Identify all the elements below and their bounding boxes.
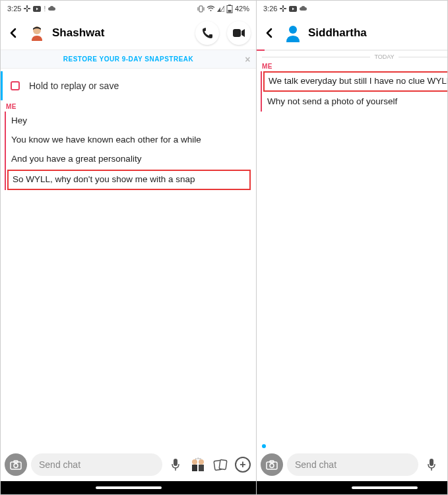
mic-icon <box>427 458 436 471</box>
svg-rect-5 <box>199 6 203 12</box>
left-chat-panel: 3:25 ! 42% Shashwat RESTORE YOUR 9 <box>1 1 257 494</box>
chat-header: Siddhartha <box>257 16 448 50</box>
svg-text:y tho: y tho <box>195 457 201 460</box>
nav-handle[interactable] <box>1 481 256 494</box>
battery-pct: 42% <box>235 5 249 13</box>
warn-icon: ! <box>44 5 46 13</box>
video-icon <box>232 28 245 38</box>
youtube-icon <box>289 6 297 12</box>
camera-button[interactable] <box>5 453 27 476</box>
svg-rect-25 <box>219 459 227 469</box>
plus-icon: + <box>235 457 251 473</box>
cards-button[interactable] <box>211 455 230 474</box>
bitmoji-button[interactable]: y tho <box>189 455 207 474</box>
bitmoji-button[interactable]: y tho <box>445 455 448 474</box>
snapstreak-text: RESTORE YOUR 9-DAY SNAPSTREAK <box>63 55 194 63</box>
chat-body: We talk everyday but still I have no clu… <box>257 70 448 444</box>
message[interactable]: Hey <box>6 112 252 131</box>
youtube-icon <box>33 6 41 12</box>
back-button[interactable] <box>262 25 278 41</box>
nav-handle[interactable] <box>257 481 448 494</box>
svg-rect-29 <box>282 9 284 12</box>
status-time: 3:25 <box>7 5 21 13</box>
svg-point-38 <box>289 26 297 34</box>
chat-input[interactable] <box>31 453 162 476</box>
input-bar: y tho + <box>257 449 448 481</box>
sender-label: ME 3:26 pm <box>257 61 448 70</box>
svg-point-21 <box>199 459 204 465</box>
message[interactable]: And you have a great personality <box>6 150 252 169</box>
svg-rect-11 <box>228 10 231 13</box>
svg-rect-20 <box>192 465 197 471</box>
svg-rect-0 <box>24 8 26 9</box>
svg-rect-2 <box>26 5 28 8</box>
typing-indicator <box>262 444 266 448</box>
video-call-button[interactable] <box>227 21 251 45</box>
chat-header: Shashwat <box>1 16 256 50</box>
slack-icon <box>280 5 286 12</box>
today-label: TODAY <box>374 53 394 60</box>
svg-rect-28 <box>282 5 284 8</box>
svg-rect-13 <box>233 29 241 37</box>
avatar[interactable] <box>27 23 47 43</box>
camera-button[interactable] <box>261 453 283 476</box>
cards-icon <box>213 458 228 471</box>
chevron-left-icon <box>264 27 276 39</box>
svg-rect-22 <box>199 465 204 471</box>
chevron-left-icon <box>8 27 20 39</box>
avatar[interactable] <box>283 23 303 43</box>
right-chat-panel: 3:26 41% Siddhartha TODAY <box>257 1 448 494</box>
wifi-icon <box>207 5 215 12</box>
svg-rect-3 <box>26 9 28 12</box>
chat-body: Hey You know we have known each other fo… <box>1 110 256 449</box>
back-button[interactable] <box>6 25 22 41</box>
chat-name[interactable]: Shashwat <box>52 26 187 40</box>
message-group: We talk everyday but still I have no clu… <box>261 71 448 112</box>
close-icon[interactable]: × <box>245 54 251 65</box>
status-bar: 3:26 41% <box>257 1 448 16</box>
signal-icon <box>217 5 224 12</box>
svg-rect-43 <box>430 459 433 466</box>
cloud-icon <box>300 6 307 11</box>
message[interactable]: You know we have known each other for a … <box>6 131 252 150</box>
sender-label: ME <box>1 102 256 110</box>
camera-icon <box>10 460 22 470</box>
svg-rect-26 <box>280 8 282 9</box>
message-group: Hey You know we have known each other fo… <box>5 112 252 190</box>
phone-icon <box>201 27 213 39</box>
slack-icon <box>24 5 30 12</box>
status-bar: 3:25 ! 42% <box>1 1 256 16</box>
cloud-icon <box>48 6 56 11</box>
svg-rect-17 <box>174 459 177 466</box>
status-time: 3:26 <box>263 5 277 13</box>
svg-rect-27 <box>284 8 286 9</box>
chat-input[interactable] <box>287 453 418 476</box>
snapstreak-banner[interactable]: RESTORE YOUR 9-DAY SNAPSTREAK × <box>1 50 256 69</box>
message-highlighted[interactable]: We talk everyday but still I have no clu… <box>263 71 448 92</box>
vibrate-icon <box>197 5 205 13</box>
voice-call-button[interactable] <box>195 21 219 45</box>
message-highlighted[interactable]: So WYLL, why don't you show me with a sn… <box>7 170 251 190</box>
input-bar: y tho + <box>1 449 256 481</box>
battery-icon <box>226 5 233 13</box>
silhouette-icon <box>284 24 302 42</box>
svg-point-15 <box>14 463 18 467</box>
svg-point-41 <box>270 463 274 467</box>
mic-button[interactable] <box>422 455 441 474</box>
message[interactable]: Why not send a photo of yourself <box>262 92 448 112</box>
bitmoji-icon: y tho <box>445 457 448 472</box>
mic-button[interactable] <box>166 455 185 474</box>
camera-icon <box>266 460 278 470</box>
replay-square-icon <box>11 81 20 90</box>
svg-point-8 <box>210 10 211 11</box>
mic-icon <box>171 458 180 471</box>
replay-bar[interactable]: Hold to replay or save <box>1 71 256 100</box>
replay-text: Hold to replay or save <box>29 81 119 91</box>
svg-point-19 <box>192 459 197 465</box>
add-button[interactable]: + <box>234 455 252 474</box>
bitmoji-icon: y tho <box>189 457 207 472</box>
chat-name[interactable]: Siddhartha <box>308 26 443 40</box>
today-divider: TODAY <box>257 51 448 61</box>
svg-rect-1 <box>28 8 30 9</box>
